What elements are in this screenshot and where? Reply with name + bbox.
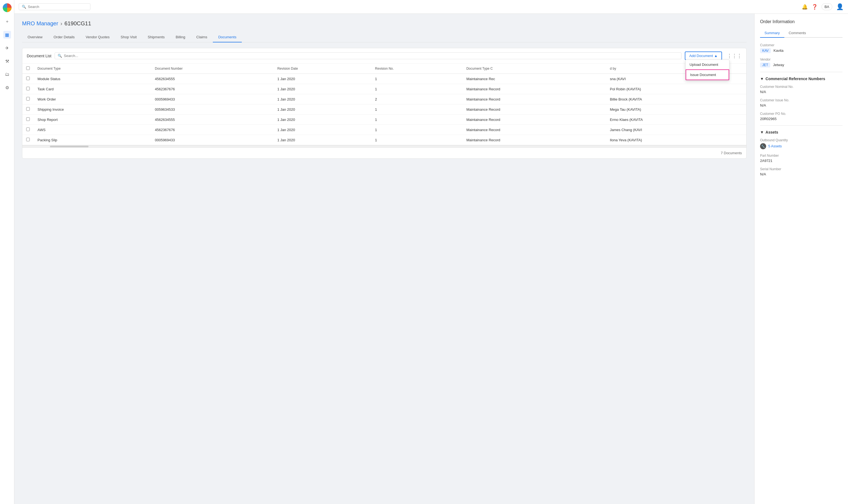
chevron-up-icon: ▲ [714,54,717,58]
breadcrumb-separator: › [60,20,62,27]
table-row[interactable]: Task Card 4562367676 1 Jan 2020 1 Mainta… [22,84,746,94]
breadcrumb-link[interactable]: MRO Manager [22,20,58,27]
issue-document-item[interactable]: Issue Document [686,69,729,80]
user-avatar-icon[interactable]: 👤 [836,3,844,11]
row-rev-date: 1 Jan 2020 [274,84,371,94]
notification-icon[interactable]: 🔔 [802,4,808,10]
row-by: Ermo Klaes (KAVITA [606,114,746,125]
row-by: Pol Robin (KAVITA) [606,84,746,94]
row-checkbox[interactable] [26,87,30,90]
vendor-chip: JET [760,62,770,68]
vendor-info: Vendor JET Jetway [760,57,843,68]
row-checkbox[interactable] [26,117,30,121]
row-doc-number: 4562367676 [151,84,274,94]
row-doc-number: 0005969433 [151,135,274,145]
row-rev-date: 1 Jan 2020 [274,94,371,104]
assets-link[interactable]: 5 Assets [768,144,782,148]
outbound-qty-value: 🔧 5 Assets [760,143,843,149]
tab-claims[interactable]: Claims [191,32,213,42]
tab-shipments[interactable]: Shipments [142,32,170,42]
part-number-label: Part Number [760,154,843,158]
nav-add-icon[interactable]: ＋ [3,18,11,25]
search-input[interactable] [28,5,87,9]
nav-settings-icon[interactable]: ⚙ [3,84,11,91]
sidebar-tab-comments[interactable]: Comments [784,29,811,38]
col-header-rev-date: Revision Date [274,64,371,74]
user-initials-badge[interactable]: BA [821,3,832,10]
document-table: Document Type Document Number Revision D… [22,64,746,145]
row-rev-date: 1 Jan 2020 [274,74,371,84]
customer-po-info: Customer PO No. 20R02965 [760,112,843,121]
outbound-qty-label: Outbound Quantity [760,138,843,142]
table-row[interactable]: Shop Report 4562634555 1 Jan 2020 1 Main… [22,114,746,125]
assets-section-header[interactable]: ▼ Assets [760,130,843,134]
row-doc-type: Module Status [34,74,151,84]
assets-icon: 🔧 [760,143,766,149]
row-checkbox[interactable] [26,127,30,131]
sidebar-title: Order Information [760,19,843,24]
row-rev-no: 2 [371,94,462,104]
customer-chip: KAV [760,48,771,53]
sidebar-tabs: Summary Comments [760,29,843,38]
row-doc-type: Packing Slip [34,135,151,145]
nav-folder-icon[interactable]: 🗂 [3,71,11,78]
customer-nominal-label: Customer Nominal No. [760,85,843,89]
tab-overview[interactable]: Overview [22,32,48,42]
nav-dashboard-icon[interactable]: ▦ [3,31,11,39]
doc-search-wrap[interactable]: 🔍 [55,52,681,59]
commercial-ref-section-label: Commercial Reference Numbers [765,76,825,81]
horizontal-scrollbar[interactable] [22,145,746,147]
upload-document-item[interactable]: Upload Document [686,60,729,69]
customer-label: Customer [760,43,843,47]
customer-po-value: 20R02965 [760,117,843,121]
doc-table-wrapper: Document Type Document Number Revision D… [22,64,746,145]
table-row[interactable]: Shipping Invoice 0059634533 1 Jan 2020 1… [22,104,746,114]
content-area: MRO Manager › 6190CG11 Overview Order De… [14,14,754,504]
divider-2 [760,125,843,126]
row-checkbox[interactable] [26,76,30,80]
table-row[interactable]: Packing Slip 0005969433 1 Jan 2020 1 Mai… [22,135,746,145]
table-row[interactable]: AWS 4562367676 1 Jan 2020 1 Maintainance… [22,125,746,135]
serial-number-value: N/A [760,172,843,176]
row-rev-no: 1 [371,104,462,114]
row-doc-type: Shipping Invoice [34,104,151,114]
tab-order-details[interactable]: Order Details [48,32,80,42]
add-document-button[interactable]: Add Document ▲ Upload Document Issue Doc… [685,52,722,60]
row-by: Billie Brock (KAVITA [606,94,746,104]
sidebar-tab-summary[interactable]: Summary [760,29,784,38]
table-footer: 7 Documents [22,147,746,158]
col-header-doc-type: Document Type [34,64,151,74]
tab-documents[interactable]: Documents [213,32,242,42]
row-checkbox[interactable] [26,138,30,141]
tab-vendor-quotes[interactable]: Vendor Quotes [80,32,115,42]
left-navigation: ＋ ▦ ✈ ⚒ 🗂 ⚙ [0,0,14,504]
help-icon[interactable]: ❓ [812,4,818,10]
customer-nominal-value: N/A [760,90,843,94]
search-box[interactable]: 🔍 [19,3,90,10]
doc-search-input[interactable] [64,54,678,58]
column-config-icon[interactable]: ⋮⋮⋮ [727,53,742,59]
scrollbar-thumb[interactable] [50,146,88,147]
search-icon: 🔍 [22,5,26,9]
main-wrapper: 🔍 🔔 ❓ BA 👤 MRO Manager › 6190CG11 Overvi… [14,0,848,504]
nav-plane-icon[interactable]: ✈ [3,44,11,52]
row-checkbox[interactable] [26,107,30,111]
row-checkbox[interactable] [26,97,30,101]
vendor-name: Jetway [773,63,784,67]
outbound-qty-info: Outbound Quantity 🔧 5 Assets [760,138,843,149]
row-rev-no: 1 [371,114,462,125]
tab-billing[interactable]: Billing [170,32,191,42]
breadcrumb: MRO Manager › 6190CG11 [22,20,747,27]
serial-number-info: Serial Number N/A [760,167,843,176]
table-row[interactable]: Work Order 0005969433 1 Jan 2020 2 Maint… [22,94,746,104]
row-doc-type-c: Maintainance Rec [463,74,606,84]
row-doc-type-c: Maintainance Record [463,125,606,135]
commercial-ref-section-header[interactable]: ▼ Commercial Reference Numbers [760,76,843,81]
tab-shop-visit[interactable]: Shop Visit [115,32,142,42]
row-doc-type: Task Card [34,84,151,94]
row-doc-number: 0005969433 [151,94,274,104]
nav-tools-icon[interactable]: ⚒ [3,57,11,65]
customer-nominal-info: Customer Nominal No. N/A [760,85,843,94]
select-all-checkbox[interactable] [26,66,30,70]
table-row[interactable]: Module Status 4562634555 1 Jan 2020 1 Ma… [22,74,746,84]
